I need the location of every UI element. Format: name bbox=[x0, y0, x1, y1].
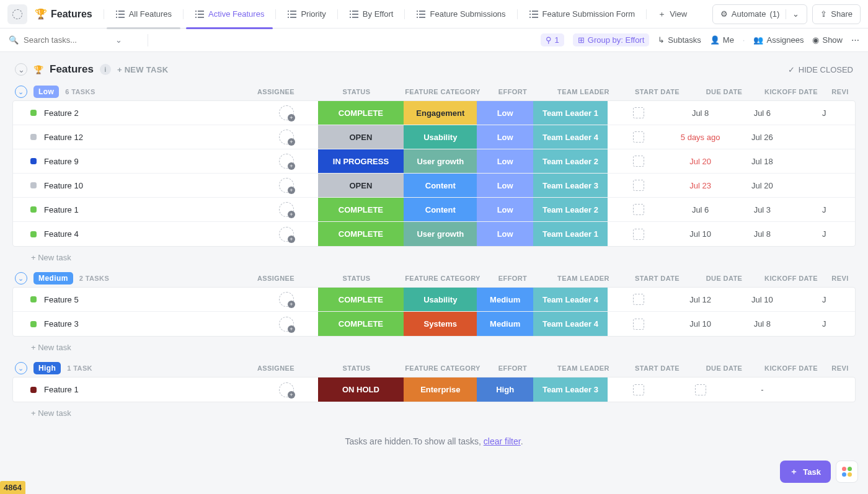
group-pill[interactable]: High bbox=[33, 362, 61, 374]
column-header[interactable]: FEATURE CATEGORY bbox=[403, 364, 482, 372]
calendar-icon[interactable] bbox=[633, 107, 644, 118]
view-tab[interactable]: Active Features bbox=[186, 0, 273, 29]
status-cell[interactable]: COMPLETE bbox=[318, 101, 404, 125]
due-date-cell[interactable]: Jul 10 bbox=[670, 222, 732, 246]
task-name[interactable]: Feature 1 bbox=[44, 385, 79, 394]
kickoff-date-cell[interactable]: Jul 20 bbox=[732, 174, 794, 197]
table-row[interactable]: Feature 1COMPLETEContentLowTeam Leader 2… bbox=[13, 198, 855, 222]
table-row[interactable]: Feature 2COMPLETEEngagementLowTeam Leade… bbox=[13, 101, 855, 125]
effort-cell[interactable]: Low bbox=[477, 198, 533, 221]
new-task-row[interactable]: + New task bbox=[12, 247, 856, 263]
status-dot[interactable] bbox=[30, 321, 37, 327]
column-header[interactable]: STATUS bbox=[310, 88, 403, 95]
review-cell[interactable]: J bbox=[793, 101, 855, 125]
calendar-icon[interactable] bbox=[633, 131, 644, 143]
review-cell[interactable]: J bbox=[793, 312, 855, 336]
start-date-cell[interactable] bbox=[608, 198, 670, 221]
status-cell[interactable]: COMPLETE bbox=[318, 312, 404, 336]
start-date-cell[interactable] bbox=[608, 174, 670, 197]
collapse-list-button[interactable]: ⌄ bbox=[15, 63, 27, 76]
add-assignee-icon[interactable] bbox=[279, 292, 294, 307]
category-cell[interactable]: User growth bbox=[404, 149, 477, 173]
due-date-cell[interactable]: Jul 12 bbox=[670, 288, 732, 311]
table-row[interactable]: Feature 9IN PROGRESSUser growthLowTeam L… bbox=[13, 149, 855, 174]
assignee-cell[interactable] bbox=[255, 312, 318, 336]
column-header[interactable]: ASSIGNEE bbox=[242, 275, 310, 282]
column-header[interactable]: KICKOFF DATE bbox=[758, 275, 825, 282]
status-dot[interactable] bbox=[30, 231, 37, 237]
assignee-cell[interactable] bbox=[255, 174, 318, 197]
kickoff-date-cell[interactable]: Jul 26 bbox=[732, 125, 794, 149]
add-assignee-icon[interactable] bbox=[279, 202, 294, 217]
new-task-row[interactable]: + New task bbox=[12, 402, 856, 419]
status-cell[interactable]: OPEN bbox=[318, 174, 404, 197]
groupby-chip[interactable]: ⊞ Group by: Effort bbox=[573, 33, 650, 46]
group-pill[interactable]: Medium bbox=[33, 272, 73, 284]
add-assignee-icon[interactable] bbox=[279, 317, 294, 332]
table-row[interactable]: Feature 10OPENContentLowTeam Leader 3Jul… bbox=[13, 174, 855, 198]
column-header[interactable]: ASSIGNEE bbox=[242, 364, 310, 372]
leader-cell[interactable]: Team Leader 2 bbox=[533, 149, 608, 173]
kickoff-date-cell[interactable]: Jul 8 bbox=[732, 222, 794, 246]
kickoff-date-cell[interactable]: Jul 18 bbox=[732, 149, 794, 173]
task-name[interactable]: Feature 3 bbox=[44, 319, 79, 329]
category-cell[interactable]: Engagement bbox=[404, 101, 477, 125]
view-tab[interactable]: All Features bbox=[107, 0, 180, 29]
review-cell[interactable] bbox=[793, 149, 855, 173]
filter-chip[interactable]: ⚲ 1 bbox=[541, 33, 564, 46]
task-name[interactable]: Feature 1 bbox=[44, 205, 79, 214]
column-header[interactable]: STATUS bbox=[310, 275, 403, 282]
collapse-group-button[interactable]: ⌄ bbox=[15, 362, 27, 374]
start-date-cell[interactable] bbox=[608, 125, 670, 149]
category-cell[interactable]: Enterprise bbox=[404, 377, 477, 402]
task-name[interactable]: Feature 9 bbox=[44, 157, 79, 166]
review-cell[interactable]: J bbox=[793, 222, 855, 246]
column-header[interactable]: EFFORT bbox=[482, 88, 543, 95]
column-header[interactable]: EFFORT bbox=[482, 364, 543, 372]
review-cell[interactable] bbox=[793, 377, 855, 402]
effort-cell[interactable]: Medium bbox=[477, 288, 533, 311]
column-header[interactable]: DUE DATE bbox=[691, 275, 758, 282]
status-cell[interactable]: OPEN bbox=[318, 125, 404, 149]
column-header[interactable]: REVI bbox=[825, 364, 856, 372]
share-button[interactable]: ⇪ Share bbox=[812, 4, 861, 24]
new-task-header-button[interactable]: + NEW TASK bbox=[117, 65, 169, 74]
start-date-cell[interactable] bbox=[608, 222, 670, 246]
hide-closed-toggle[interactable]: ✓ HIDE CLOSED bbox=[788, 65, 853, 74]
task-name[interactable]: Feature 4 bbox=[44, 229, 79, 239]
task-name[interactable]: Feature 12 bbox=[44, 133, 83, 142]
collapse-group-button[interactable]: ⌄ bbox=[15, 86, 27, 98]
status-dot[interactable] bbox=[30, 182, 37, 188]
column-header[interactable]: FEATURE CATEGORY bbox=[403, 275, 482, 282]
review-cell[interactable]: J bbox=[793, 288, 855, 311]
effort-cell[interactable]: Low bbox=[477, 174, 533, 197]
effort-cell[interactable]: Low bbox=[477, 149, 533, 173]
view-tab[interactable]: Feature Submissions bbox=[407, 0, 514, 29]
effort-cell[interactable]: Low bbox=[477, 125, 533, 149]
add-assignee-icon[interactable] bbox=[279, 178, 294, 193]
add-assignee-icon[interactable] bbox=[279, 154, 294, 169]
group-pill[interactable]: Low bbox=[33, 86, 59, 98]
due-date-cell[interactable]: Jul 10 bbox=[670, 312, 732, 336]
table-row[interactable]: Feature 4COMPLETEUser growthLowTeam Lead… bbox=[13, 222, 855, 246]
chevron-down-icon[interactable]: ⌄ bbox=[115, 35, 122, 45]
status-cell[interactable]: ON HOLD bbox=[318, 377, 404, 402]
assignee-cell[interactable] bbox=[255, 288, 318, 311]
add-assignee-icon[interactable] bbox=[279, 130, 294, 144]
effort-cell[interactable]: Low bbox=[477, 101, 533, 125]
column-header[interactable]: START DATE bbox=[624, 275, 691, 282]
status-dot[interactable] bbox=[30, 134, 37, 140]
add-assignee-icon[interactable] bbox=[279, 105, 294, 120]
task-name[interactable]: Feature 10 bbox=[44, 181, 83, 190]
info-icon[interactable]: i bbox=[100, 64, 111, 75]
automate-button[interactable]: ⚙︎ Automate (1) ⌄ bbox=[712, 4, 808, 24]
collapse-group-button[interactable]: ⌄ bbox=[15, 272, 27, 284]
leader-cell[interactable]: Team Leader 2 bbox=[533, 198, 608, 221]
status-cell[interactable]: COMPLETE bbox=[318, 198, 404, 221]
subtasks-chip[interactable]: ↳ Subtasks bbox=[658, 35, 701, 45]
due-date-cell[interactable]: Jul 8 bbox=[670, 101, 732, 125]
column-header[interactable]: REVI bbox=[825, 275, 856, 282]
calendar-icon[interactable] bbox=[695, 384, 706, 395]
status-dot[interactable] bbox=[30, 296, 37, 302]
kickoff-date-cell[interactable]: Jul 6 bbox=[732, 101, 794, 125]
